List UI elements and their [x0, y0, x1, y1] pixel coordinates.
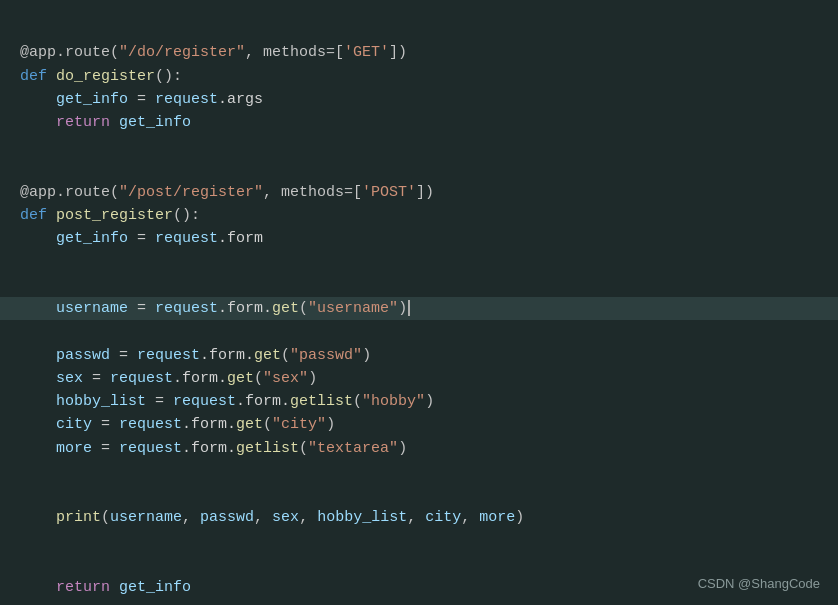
line-11: passwd = request.form.get("passwd"): [20, 347, 371, 364]
line-13: hobby_list = request.form.getlist("hobby…: [20, 393, 434, 410]
line-7: def post_register():: [20, 207, 200, 224]
line-2: def do_register():: [20, 68, 182, 85]
line-17: print(username, passwd, sex, hobby_list,…: [20, 509, 524, 526]
line-19: return get_info: [20, 579, 191, 596]
line-3: get_info = request.args: [20, 91, 263, 108]
line-1: @app.route("/do/register", methods=['GET…: [20, 44, 407, 61]
line-4: return get_info: [20, 114, 191, 131]
line-8: get_info = request.form: [20, 230, 263, 247]
line-6: @app.route("/post/register", methods=['P…: [20, 184, 434, 201]
line-10: username = request.form.get("username"): [0, 297, 838, 320]
line-14: city = request.form.get("city"): [20, 416, 335, 433]
code-editor: @app.route("/do/register", methods=['GET…: [0, 0, 838, 605]
line-12: sex = request.form.get("sex"): [20, 370, 317, 387]
code-content: @app.route("/do/register", methods=['GET…: [20, 18, 818, 605]
line-15: more = request.form.getlist("textarea"): [20, 440, 407, 457]
watermark: CSDN @ShangCode: [698, 576, 820, 591]
